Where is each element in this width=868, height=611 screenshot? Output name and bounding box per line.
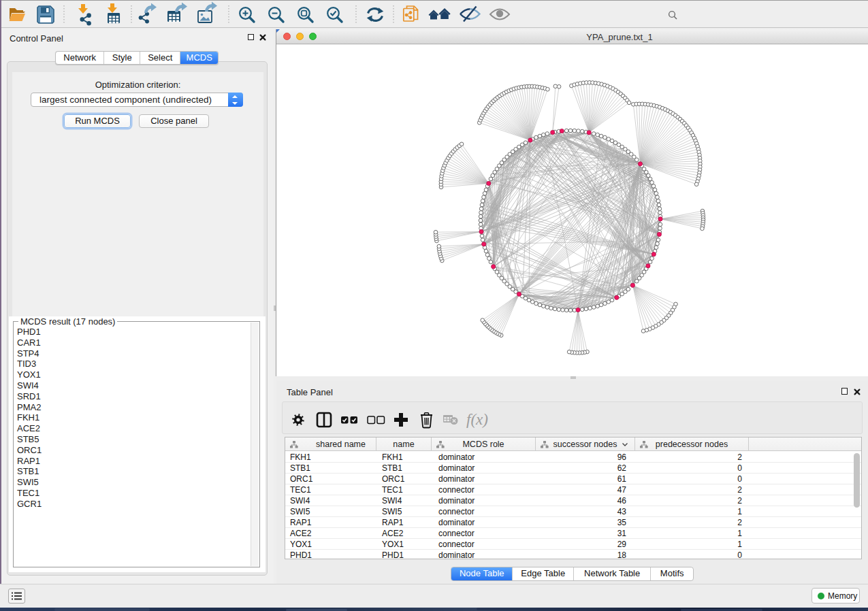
svg-text:f(x): f(x) (466, 411, 488, 428)
